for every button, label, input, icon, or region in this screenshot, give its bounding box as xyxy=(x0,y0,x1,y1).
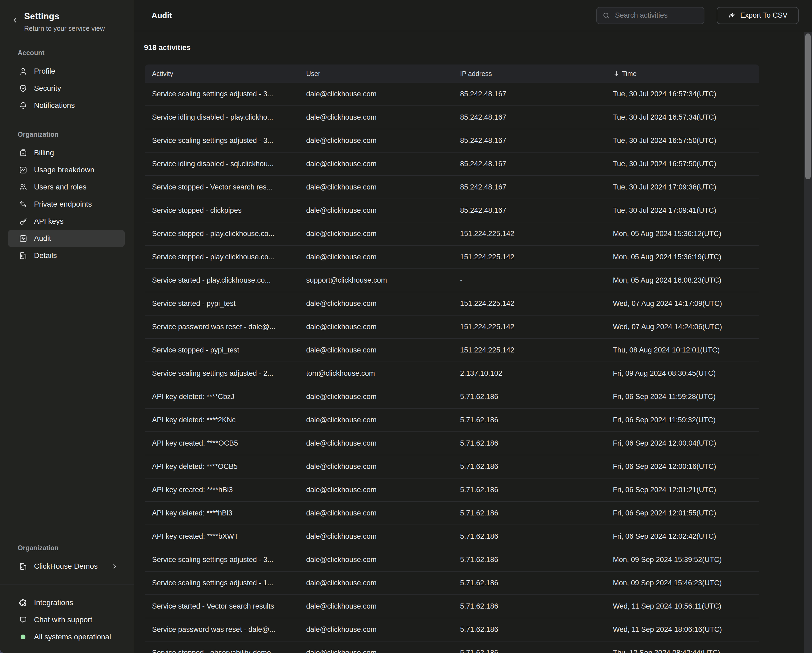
user-cell: dale@clickhouse.com xyxy=(306,299,460,308)
table-header: Activity User IP address Time xyxy=(145,64,759,83)
sidebar-item-api-keys[interactable]: API keys xyxy=(8,213,125,230)
shield-check-icon xyxy=(19,84,27,93)
status-dot-icon xyxy=(21,635,26,639)
sidebar-item-label: Chat with support xyxy=(34,616,92,624)
sidebar-item-audit[interactable]: Audit xyxy=(8,230,125,247)
ip-cell: 5.71.62.186 xyxy=(460,649,613,653)
column-header-activity[interactable]: Activity xyxy=(145,70,306,78)
activity-cell: API key created: ****OCB5 xyxy=(145,439,306,447)
audit-content: 918 activities Activity User IP address … xyxy=(134,31,812,653)
table-row[interactable]: Service scaling settings adjusted - 1...… xyxy=(145,572,759,595)
ip-cell: 5.71.62.186 xyxy=(460,486,613,494)
time-cell: Fri, 06 Sep 2024 12:00:04(UTC) xyxy=(613,439,759,447)
sidebar-item-label: Audit xyxy=(34,234,51,243)
time-cell: Fri, 06 Sep 2024 12:00:16(UTC) xyxy=(613,462,759,471)
ip-cell: 5.71.62.186 xyxy=(460,579,613,587)
search-input[interactable] xyxy=(615,11,699,20)
ip-cell: 5.71.62.186 xyxy=(460,509,613,517)
back-button[interactable] xyxy=(10,15,20,26)
sidebar-divider xyxy=(0,584,134,584)
user-cell: dale@clickhouse.com xyxy=(306,532,460,541)
activity-cell: Service started - play.clickhouse.co... xyxy=(145,276,306,284)
table-row[interactable]: Service scaling settings adjusted - 3...… xyxy=(145,129,759,153)
ip-cell: 5.71.62.186 xyxy=(460,602,613,610)
table-row[interactable]: Service started - Vector search results … xyxy=(145,595,759,618)
table-row[interactable]: API key deleted: ****hBl3 dale@clickhous… xyxy=(145,502,759,525)
ip-cell: 85.242.48.167 xyxy=(460,113,613,122)
sidebar-item-chat-support[interactable]: Chat with support xyxy=(8,611,125,629)
puzzle-icon xyxy=(19,598,27,607)
table-row[interactable]: Service started - play.clickhouse.co... … xyxy=(145,269,759,292)
ip-cell: 5.71.62.186 xyxy=(460,555,613,564)
user-cell: dale@clickhouse.com xyxy=(306,486,460,494)
sidebar-item-usage-breakdown[interactable]: Usage breakdown xyxy=(8,162,125,179)
table-row[interactable]: Service stopped - play.clickhouse.co... … xyxy=(145,223,759,246)
table-row[interactable]: API key created: ****bXWT dale@clickhous… xyxy=(145,525,759,548)
key-icon xyxy=(19,217,27,226)
export-label: Export To CSV xyxy=(740,11,788,20)
time-cell: Thu, 08 Aug 2024 10:12:01(UTC) xyxy=(613,346,759,354)
scrollbar-track[interactable] xyxy=(804,32,812,653)
ip-cell: 85.242.48.167 xyxy=(460,136,613,145)
sidebar-item-integrations[interactable]: Integrations xyxy=(8,594,125,611)
user-cell: dale@clickhouse.com xyxy=(306,346,460,354)
sidebar-item-label: Integrations xyxy=(34,598,73,607)
table-row[interactable]: API key deleted: ****2KNc dale@clickhous… xyxy=(145,409,759,432)
organization-section-label: Organization xyxy=(0,131,134,138)
table-row[interactable]: Service stopped - observability-demo dal… xyxy=(145,641,759,653)
sidebar-item-label: Notifications xyxy=(34,101,75,110)
table-row[interactable]: Service started - pypi_test dale@clickho… xyxy=(145,292,759,316)
org-switcher-section: Organization ClickHouse Demos xyxy=(0,544,134,575)
table-row[interactable]: Service stopped - clickpipes dale@clickh… xyxy=(145,199,759,223)
column-header-user[interactable]: User xyxy=(306,70,460,78)
table-row[interactable]: Service scaling settings adjusted - 3...… xyxy=(145,83,759,106)
column-header-ip[interactable]: IP address xyxy=(460,70,613,78)
sidebar-item-security[interactable]: Security xyxy=(8,80,125,97)
scrollbar-thumb[interactable] xyxy=(805,34,810,179)
table-row[interactable]: API key created: ****hBl3 dale@clickhous… xyxy=(145,479,759,502)
sidebar-item-label: Private endpoints xyxy=(34,200,92,209)
table-row[interactable]: Service stopped - pypi_test dale@clickho… xyxy=(145,339,759,362)
export-csv-button[interactable]: Export To CSV xyxy=(717,7,798,24)
activity-cell: API key deleted: ****hBl3 xyxy=(145,509,306,517)
activity-cell: Service scaling settings adjusted - 3... xyxy=(145,555,306,564)
table-row[interactable]: API key deleted: ****CbzJ dale@clickhous… xyxy=(145,385,759,409)
table-row[interactable]: Service scaling settings adjusted - 2...… xyxy=(145,362,759,385)
organization-switcher[interactable]: ClickHouse Demos xyxy=(8,558,125,575)
sidebar-item-notifications[interactable]: Notifications xyxy=(8,97,125,114)
time-cell: Fri, 06 Sep 2024 12:01:55(UTC) xyxy=(613,509,759,517)
sidebar-item-private-endpoints[interactable]: Private endpoints xyxy=(8,195,125,213)
sidebar-subtitle: Return to your service view xyxy=(24,24,126,32)
activity-cell: Service idling disabled - sql.clickhou..… xyxy=(145,160,306,168)
activity-cell: Service scaling settings adjusted - 2... xyxy=(145,369,306,378)
search-icon xyxy=(602,12,610,20)
ip-cell: 151.224.225.142 xyxy=(460,299,613,308)
column-header-time[interactable]: Time xyxy=(613,70,759,78)
sidebar-item-profile[interactable]: Profile xyxy=(8,63,125,80)
activity-cell: Service scaling settings adjusted - 3... xyxy=(145,136,306,145)
table-row[interactable]: API key created: ****OCB5 dale@clickhous… xyxy=(145,432,759,455)
search-box[interactable] xyxy=(596,7,704,24)
system-status[interactable]: All systems operational xyxy=(8,629,125,645)
table-row[interactable]: Service password was reset - dale@... da… xyxy=(145,618,759,641)
table-row[interactable]: Service password was reset - dale@... da… xyxy=(145,316,759,339)
table-row[interactable]: API key deleted: ****OCB5 dale@clickhous… xyxy=(145,455,759,479)
table-row[interactable]: Service idling disabled - sql.clickhou..… xyxy=(145,153,759,176)
activity-cell: Service scaling settings adjusted - 1... xyxy=(145,579,306,587)
table-row[interactable]: Service idling disabled - play.clickho..… xyxy=(145,106,759,129)
table-row[interactable]: Service stopped - Vector search res... d… xyxy=(145,176,759,199)
activity-cell: Service password was reset - dale@... xyxy=(145,323,306,331)
user-cell: dale@clickhouse.com xyxy=(306,253,460,261)
time-cell: Mon, 09 Sep 2024 15:39:52(UTC) xyxy=(613,555,759,564)
table-row[interactable]: Service scaling settings adjusted - 3...… xyxy=(145,548,759,572)
time-cell: Fri, 06 Sep 2024 11:59:32(UTC) xyxy=(613,416,759,424)
sidebar-item-users-and-roles[interactable]: Users and roles xyxy=(8,179,125,195)
building-icon xyxy=(19,251,27,260)
ip-cell: 85.242.48.167 xyxy=(460,90,613,98)
user-cell: dale@clickhouse.com xyxy=(306,416,460,424)
ip-cell: 151.224.225.142 xyxy=(460,253,613,261)
sidebar-item-details[interactable]: Details xyxy=(8,247,125,264)
table-row[interactable]: Service stopped - play.clickhouse.co... … xyxy=(145,246,759,269)
time-cell: Mon, 05 Aug 2024 15:36:12(UTC) xyxy=(613,230,759,238)
sidebar-item-billing[interactable]: Billing xyxy=(8,144,125,162)
